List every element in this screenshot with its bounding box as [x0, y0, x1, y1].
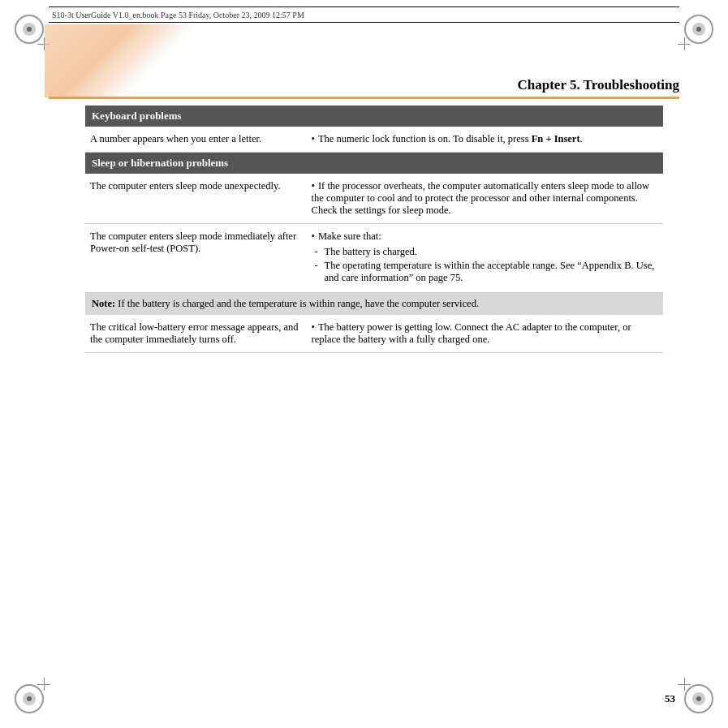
keyboard-solution-1: •The numeric lock function is on. To dis… [305, 127, 663, 153]
bullet-3: • [312, 230, 315, 243]
bullet-1: • [312, 133, 315, 145]
keyboard-problem-1: A number appears when you enter a letter… [85, 127, 305, 153]
battery-row-1: The critical low-battery error message a… [85, 315, 663, 353]
keyboard-section-header: Keyboard problems [85, 106, 663, 127]
main-content: Keyboard problems A number appears when … [85, 106, 663, 679]
chapter-title: Chapter 5. Troubleshooting [518, 77, 679, 93]
sleep-list-item-2: The operating temperature is within the … [315, 260, 658, 284]
chapter-title-area: Chapter 5. Troubleshooting [49, 77, 679, 99]
sleep-solution-1: •If the processor overheats, the compute… [305, 174, 663, 224]
sleep-list-item-1: The battery is charged. [315, 246, 658, 258]
keyboard-header-row: Keyboard problems [85, 106, 663, 127]
sleep-row-1: The computer enters sleep mode unexpecte… [85, 174, 663, 224]
troubleshooting-table: Keyboard problems A number appears when … [85, 106, 663, 353]
page-number: 53 [665, 692, 675, 705]
sleep-solution-2: •Make sure that: The battery is charged.… [305, 224, 663, 293]
crosshair-tr [678, 37, 691, 50]
sleep-solution-2-list: The battery is charged. The operating te… [312, 246, 658, 284]
sleep-problem-1: The computer enters sleep mode unexpecte… [85, 174, 305, 224]
note-cell: Note: If the battery is charged and the … [85, 293, 663, 316]
battery-solution-1: •The battery power is getting low. Conne… [305, 315, 663, 353]
crosshair-bl [37, 678, 50, 691]
bullet-2: • [312, 180, 315, 192]
note-row: Note: If the battery is charged and the … [85, 293, 663, 316]
crosshair-br [678, 678, 691, 691]
note-text: Note: If the battery is charged and the … [92, 298, 479, 309]
bullet-4: • [312, 321, 315, 334]
sleep-section-header: Sleep or hibernation problems [85, 153, 663, 174]
battery-problem-1: The critical low-battery error message a… [85, 315, 305, 353]
sleep-row-2: The computer enters sleep mode immediate… [85, 224, 663, 293]
sleep-header-row: Sleep or hibernation problems [85, 153, 663, 174]
sleep-problem-2: The computer enters sleep mode immediate… [85, 224, 305, 293]
header-text: S10-3t UserGuide V1.0_en.book Page 53 Fr… [52, 11, 304, 19]
header-bar: S10-3t UserGuide V1.0_en.book Page 53 Fr… [49, 6, 679, 23]
keyboard-row-1: A number appears when you enter a letter… [85, 127, 663, 153]
